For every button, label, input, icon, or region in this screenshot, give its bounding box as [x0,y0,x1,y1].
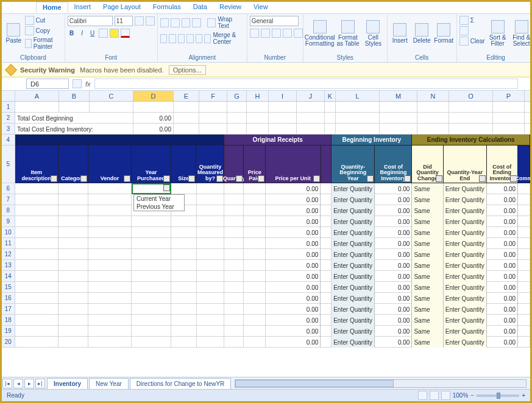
cell[interactable] [321,260,332,271]
cell-vendor[interactable] [88,194,132,205]
cell-enter-qty-end[interactable]: Enter Quantity [444,293,487,304]
cell-cost-begin-inv[interactable]: 0.00 [375,282,412,293]
filter-dropdown-icon[interactable] [80,175,87,182]
view-page-break-icon[interactable] [441,391,450,400]
row-header[interactable]: 15 [2,282,15,292]
border-icon[interactable] [99,29,108,38]
cell-vendor[interactable] [88,238,132,249]
cell[interactable] [197,194,224,205]
delete-button[interactable]: Delete [412,16,432,51]
cell[interactable] [197,271,224,282]
cell[interactable] [224,249,244,260]
cell[interactable] [171,326,197,337]
cell[interactable] [244,194,266,205]
cell[interactable] [197,337,224,348]
cell[interactable] [224,216,244,227]
cell[interactable] [197,227,224,238]
cell-cost-begin-inv[interactable]: 0.00 [375,227,412,238]
cell[interactable] [336,124,380,135]
cell-vendor[interactable] [88,337,132,348]
cell-comm[interactable] [518,227,530,238]
cell-did-qty-change[interactable]: Same [412,227,443,238]
cell-item[interactable] [15,282,59,293]
cell[interactable] [174,124,199,135]
cell-vendor[interactable] [88,271,132,282]
wrap-text-button[interactable]: Wrap Text [218,16,244,29]
cell-enter-qty-begin[interactable]: Enter Quantity [332,249,375,260]
cell-year-purchased[interactable] [132,315,171,326]
zoom-knob[interactable] [497,393,500,399]
fx-icon[interactable]: fx [85,80,91,88]
cell-cost-end-inv[interactable]: 0.00 [487,194,518,205]
col-header-E[interactable]: E [174,91,199,101]
zoom-slider[interactable] [477,394,519,397]
cell-did-qty-change[interactable]: Same [412,216,443,227]
cell[interactable] [269,113,297,124]
cell[interactable] [244,260,266,271]
painter-icon[interactable] [25,39,32,48]
cell[interactable] [224,337,244,348]
cancel-fx-icon[interactable] [73,79,82,88]
cell-category[interactable] [59,260,88,271]
cell-cost-begin-inv[interactable]: 0.00 [375,337,412,348]
row-header[interactable]: 18 [2,315,15,325]
cell-enter-qty-end[interactable]: Enter Quantity [444,260,487,271]
cell[interactable] [321,227,332,238]
cell[interactable] [199,113,227,124]
filter-dropdown-icon[interactable] [124,175,130,182]
cell-cost-end-inv[interactable]: 0.00 [487,249,518,260]
hdr-price-paid[interactable]: Price Paid [244,145,266,183]
cell-enter-qty-end[interactable]: Enter Quantity [444,326,487,337]
row-header[interactable]: 14 [2,271,15,281]
wrap-icon[interactable] [207,18,216,27]
row-header[interactable]: 6 [2,183,15,194]
cell-item[interactable] [15,183,59,194]
row-header[interactable]: 8 [2,205,15,216]
view-normal-icon[interactable] [418,391,427,400]
select-all[interactable] [2,91,15,101]
cell[interactable] [197,260,224,271]
cell[interactable] [199,124,227,135]
cell-category[interactable] [59,183,88,194]
row-header[interactable]: 2 [2,113,15,123]
cell[interactable] [171,238,197,249]
underline-button[interactable]: U [88,30,97,37]
row-header[interactable]: 11 [2,238,15,248]
sheet-nav-next[interactable]: ▸ [24,379,34,388]
cell-did-qty-change[interactable]: Same [412,337,443,348]
cond-format-button[interactable]: Conditional Formatting [306,16,334,51]
tab-insert[interactable]: Insert [68,2,98,13]
row-header[interactable]: 16 [2,293,15,303]
cell-year-purchased[interactable] [132,282,171,293]
cell-year-purchased[interactable] [132,216,171,227]
row-header[interactable]: 4 [2,135,15,145]
indent-dec-icon[interactable] [186,34,193,43]
cell-category[interactable] [59,194,88,205]
filter-dropdown-icon[interactable] [367,175,374,182]
cell-year-purchased[interactable] [132,337,171,348]
cell-enter-qty-end[interactable]: Enter Quantity [444,337,487,348]
cell-enter-qty-begin[interactable]: Enter Quantity [332,238,375,249]
cell-comm[interactable] [518,326,530,337]
cell-category[interactable] [59,205,88,216]
cell-comm[interactable] [518,271,530,282]
cell[interactable] [244,205,266,216]
cell-price-per-unit[interactable]: 0.00 [266,326,321,337]
cell-enter-qty-begin[interactable]: Enter Quantity [332,337,375,348]
cell[interactable] [493,113,525,124]
copy-icon[interactable] [25,26,34,35]
hdr-cost-end-inv[interactable]: Cost of Ending Inventory [487,145,518,183]
cell[interactable] [449,102,493,113]
cell[interactable] [197,249,224,260]
cell[interactable] [297,124,325,135]
cell-cost-end-inv[interactable]: 0.00 [487,238,518,249]
cell-price-per-unit[interactable]: 0.00 [266,216,321,227]
bold-button[interactable]: B [68,30,76,37]
cell[interactable] [224,260,244,271]
cell-vendor[interactable] [88,315,132,326]
cell[interactable] [449,113,493,124]
cell-enter-qty-end[interactable]: Enter Quantity [444,205,487,216]
format-button[interactable]: Format [434,16,454,51]
cell[interactable] [321,205,332,216]
cell[interactable] [197,183,224,194]
